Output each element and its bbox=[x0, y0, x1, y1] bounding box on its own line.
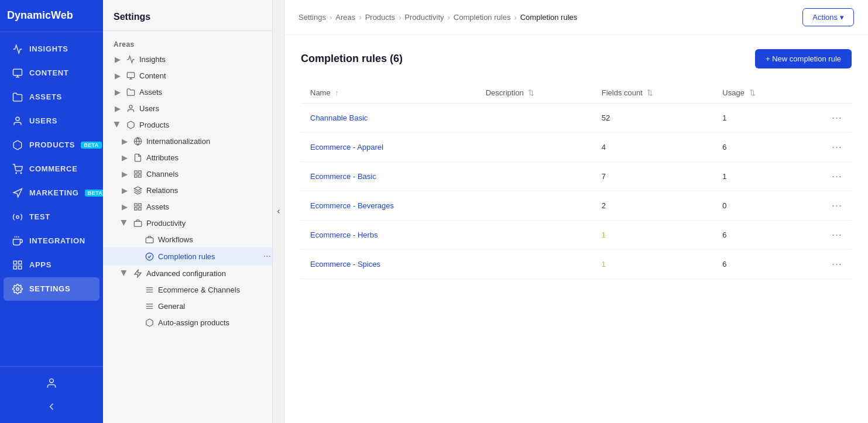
breadcrumb-productivity[interactable]: Productivity bbox=[404, 13, 444, 22]
tree-item-assets-products[interactable]: ▶ Assets bbox=[103, 198, 284, 215]
table-body: Channable Basic521···Ecommerce - Apparel… bbox=[301, 104, 852, 279]
row-dots-button-6[interactable]: ··· bbox=[832, 258, 842, 270]
areas-label: Areas bbox=[103, 37, 284, 51]
user-avatar-button[interactable] bbox=[0, 372, 103, 395]
tree-item-insights[interactable]: ▶ Insights bbox=[103, 51, 284, 67]
sidebar-item-products[interactable]: PRODUCTS BETA bbox=[4, 133, 100, 157]
row-actions-5: ··· bbox=[801, 221, 852, 250]
chevron-right-icon: ▶ bbox=[114, 55, 122, 63]
megaphone-icon bbox=[12, 187, 23, 199]
tree-completion-rules-label: Completion rules bbox=[158, 252, 258, 261]
panel-collapse-button[interactable] bbox=[272, 0, 284, 423]
fields-sort-icon[interactable]: ⇅ bbox=[647, 88, 653, 97]
row-name-link-4[interactable]: Ecommerce - Beverages bbox=[310, 201, 394, 210]
row-name-link-3[interactable]: Ecommerce - Basic bbox=[310, 172, 376, 181]
row-description-2 bbox=[476, 133, 592, 162]
row-dots-button-3[interactable]: ··· bbox=[832, 170, 842, 182]
row-description-5 bbox=[476, 221, 592, 250]
table-row: Ecommerce - Basic71··· bbox=[301, 162, 852, 191]
tree-item-internationalization[interactable]: ▶ Internationalization bbox=[103, 133, 284, 149]
settings-panel: Settings Areas ▶ Insights ▶ Content ▶ As… bbox=[103, 0, 284, 423]
chevron-right-icon: ▶ bbox=[121, 202, 129, 211]
row-name-link-5[interactable]: Ecommerce - Herbs bbox=[310, 231, 378, 239]
sidebar-item-integration[interactable]: INTEGRATION bbox=[4, 229, 100, 253]
row-dots-button-4[interactable]: ··· bbox=[832, 200, 842, 211]
box-tree-icon bbox=[125, 119, 136, 130]
tree-item-workflows[interactable]: ▶ Workflows bbox=[103, 231, 284, 247]
sidebar-item-settings[interactable]: SETTINGS bbox=[4, 277, 100, 301]
col-fields-count: Fields count ⇅ bbox=[592, 82, 713, 104]
breadcrumb-sep-5: › bbox=[514, 13, 516, 22]
tree-item-ecommerce-channels[interactable]: ▶ Ecommerce & Channels bbox=[103, 281, 284, 298]
tree-item-productivity[interactable]: ▶ Productivity bbox=[103, 215, 284, 231]
breadcrumb-products[interactable]: Products bbox=[365, 13, 395, 22]
svg-rect-10 bbox=[13, 261, 16, 264]
breadcrumb-settings[interactable]: Settings bbox=[299, 13, 326, 22]
marketing-badge: BETA bbox=[85, 190, 103, 197]
globe-icon bbox=[132, 136, 143, 146]
tree-item-relations[interactable]: ▶ Relations bbox=[103, 182, 284, 198]
tree-item-advanced-config[interactable]: ▶ Advanced configuration bbox=[103, 265, 284, 281]
tree-item-attributes[interactable]: ▶ Attributes bbox=[103, 149, 284, 166]
tree-item-channels[interactable]: ▶ Channels bbox=[103, 166, 284, 182]
name-sort-icon[interactable]: ↑ bbox=[335, 88, 339, 97]
sidebar-item-insights[interactable]: INSIGHTS bbox=[4, 37, 100, 61]
row-actions-1: ··· bbox=[801, 104, 852, 133]
tree-item-completion-rules[interactable]: ▶ Completion rules ··· bbox=[103, 247, 284, 265]
chevron-right-icon: ▶ bbox=[121, 137, 129, 145]
actions-button[interactable]: Actions ▾ bbox=[802, 8, 854, 26]
svg-point-6 bbox=[16, 215, 19, 218]
tree-item-assets[interactable]: ▶ Assets bbox=[103, 84, 284, 100]
desc-sort-icon[interactable]: ⇅ bbox=[528, 88, 534, 97]
sidebar-item-commerce[interactable]: COMMERCE bbox=[4, 157, 100, 181]
table-row: Ecommerce - Beverages20··· bbox=[301, 191, 852, 221]
chevron-right-icon: ▶ bbox=[121, 170, 129, 178]
row-dots-button-1[interactable]: ··· bbox=[832, 112, 842, 123]
sidebar-item-content[interactable]: CONTENT bbox=[4, 61, 100, 85]
nav-assets-label: ASSETS bbox=[29, 92, 62, 101]
completion-rules-icon bbox=[144, 251, 155, 262]
tree-item-general[interactable]: ▶ General bbox=[103, 298, 284, 314]
completion-rules-dots-button[interactable]: ··· bbox=[261, 250, 273, 262]
tree-item-users[interactable]: ▶ Users bbox=[103, 100, 284, 116]
breadcrumb-areas[interactable]: Areas bbox=[335, 13, 355, 22]
row-dots-button-2[interactable]: ··· bbox=[832, 141, 842, 153]
nav-settings-label: SETTINGS bbox=[29, 284, 70, 293]
row-name-5: Ecommerce - Herbs bbox=[301, 221, 476, 250]
svg-point-4 bbox=[16, 173, 17, 174]
tree-item-auto-assign[interactable]: ▶ Auto-assign products bbox=[103, 314, 284, 331]
tree-assets-label: Assets bbox=[139, 88, 273, 97]
row-dots-button-5[interactable]: ··· bbox=[832, 229, 842, 240]
auto-assign-icon bbox=[144, 317, 155, 328]
row-actions-4: ··· bbox=[801, 191, 852, 221]
sidebar-item-test[interactable]: TEST bbox=[4, 205, 100, 229]
chevron-right-icon: ▶ bbox=[121, 153, 129, 161]
sidebar-item-assets[interactable]: ASSETS bbox=[4, 85, 100, 109]
test-icon bbox=[12, 211, 23, 223]
nav-products-label: PRODUCTS bbox=[29, 140, 75, 149]
sidebar-item-apps[interactable]: APPS bbox=[4, 253, 100, 277]
channels-icon bbox=[132, 168, 143, 179]
new-completion-rule-button[interactable]: + New completion rule bbox=[755, 49, 852, 68]
breadcrumb-completion-rules-link[interactable]: Completion rules bbox=[454, 13, 511, 22]
sidebar-item-marketing[interactable]: MARKETING BETA bbox=[4, 181, 100, 205]
tree-auto-assign-label: Auto-assign products bbox=[158, 318, 273, 327]
row-name-link-1[interactable]: Channable Basic bbox=[310, 114, 368, 122]
breadcrumb-current: Completion rules bbox=[520, 13, 578, 22]
products-badge: BETA bbox=[81, 142, 102, 149]
tree-item-products[interactable]: ▶ Products bbox=[103, 116, 284, 133]
sidebar-item-users[interactable]: USERS bbox=[4, 109, 100, 133]
main-content: Settings › Areas › Products › Productivi… bbox=[284, 0, 868, 423]
row-fields-count-3: 7 bbox=[592, 162, 713, 191]
row-name-link-6[interactable]: Ecommerce - Spices bbox=[310, 260, 380, 269]
cart-icon bbox=[12, 163, 23, 175]
collapse-nav-button[interactable] bbox=[0, 395, 103, 418]
content-header: Completion rules (6) + New completion ru… bbox=[301, 49, 852, 68]
tree-item-content[interactable]: ▶ Content bbox=[103, 67, 284, 84]
row-name-link-2[interactable]: Ecommerce - Apparel bbox=[310, 143, 383, 152]
tree-insights-label: Insights bbox=[139, 55, 273, 64]
row-usage-4: 0 bbox=[713, 191, 801, 221]
svg-rect-23 bbox=[138, 170, 140, 173]
row-usage-2: 6 bbox=[713, 133, 801, 162]
usage-sort-icon[interactable]: ⇅ bbox=[749, 88, 756, 97]
